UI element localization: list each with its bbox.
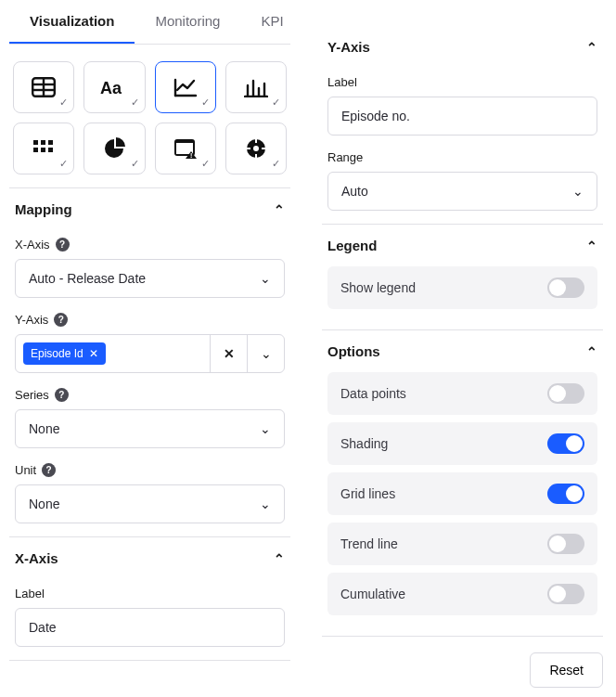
bar-chart-icon — [244, 77, 268, 97]
select-series[interactable]: None ⌄ — [15, 409, 285, 448]
chart-type-line[interactable]: ✓ — [155, 61, 216, 113]
option-grid-lines: Grid lines — [327, 472, 597, 515]
option-data-points: Data points — [327, 372, 597, 415]
input-yaxis-label[interactable] — [327, 97, 597, 136]
label-yaxis-range: Range — [327, 150, 597, 164]
help-icon[interactable]: ? — [56, 238, 70, 252]
tab-kpi[interactable]: KPI — [240, 0, 303, 44]
pie-chart-icon — [103, 137, 125, 160]
reset-button[interactable]: Reset — [530, 652, 603, 688]
select-unit[interactable]: None ⌄ — [15, 484, 285, 523]
label-xaxis: X-Axis ? — [15, 238, 285, 252]
tabs: Visualization Monitoring KPI — [9, 0, 290, 45]
label-yaxis-label: Label — [327, 75, 597, 89]
section-header-mapping[interactable]: Mapping ⌃ — [9, 188, 290, 230]
section-header-xaxis[interactable]: X-Axis ⌃ — [9, 537, 290, 579]
toggle-grid-lines[interactable] — [547, 484, 584, 504]
svg-rect-10 — [33, 140, 38, 145]
svg-text:Aa: Aa — [100, 79, 122, 97]
svg-rect-22 — [255, 154, 257, 158]
svg-rect-21 — [255, 139, 257, 143]
text-icon: Aa — [100, 77, 128, 97]
option-cumulative: Cumulative — [327, 573, 597, 615]
chip-episode-id: Episode Id ✕ — [23, 342, 106, 365]
check-icon: ✓ — [59, 97, 68, 109]
section-title: Y-Axis — [327, 39, 370, 55]
section-legend: Legend ⌃ Show legend — [322, 224, 603, 330]
help-icon[interactable]: ? — [42, 463, 56, 477]
select-xaxis[interactable]: Auto - Release Date ⌄ — [15, 259, 285, 298]
select-yaxis-range[interactable]: Auto ⌄ — [327, 172, 597, 211]
chart-type-table[interactable]: ✓ — [13, 61, 74, 113]
section-options: Options ⌃ Data points Shading Grid lines… — [322, 329, 603, 637]
gauge-icon — [245, 137, 267, 160]
option-show-legend: Show legend — [327, 266, 597, 309]
toggle-trend-line[interactable] — [547, 534, 584, 554]
chip-area[interactable]: Episode Id ✕ — [16, 342, 210, 365]
section-header-options[interactable]: Options ⌃ — [322, 330, 603, 372]
input-xaxis-label[interactable] — [15, 608, 285, 647]
tab-monitoring[interactable]: Monitoring — [135, 0, 240, 44]
svg-text:!: ! — [190, 152, 192, 159]
chevron-up-icon: ⌃ — [586, 344, 597, 359]
svg-rect-12 — [48, 140, 53, 145]
section-title: Mapping — [15, 201, 72, 217]
svg-rect-24 — [262, 148, 265, 149]
section-header-yaxis[interactable]: Y-Axis ⌃ — [322, 26, 603, 68]
chevron-up-icon: ⌃ — [586, 40, 597, 55]
chevron-up-icon: ⌃ — [274, 551, 285, 566]
svg-rect-23 — [247, 148, 250, 149]
section-header-legend[interactable]: Legend ⌃ — [322, 225, 603, 266]
chevron-down-icon: ⌄ — [260, 497, 271, 511]
chevron-up-icon: ⌃ — [586, 239, 597, 253]
section-title: Options — [327, 343, 380, 359]
help-icon[interactable]: ? — [55, 388, 69, 402]
check-icon: ✓ — [201, 97, 210, 109]
svg-rect-13 — [33, 148, 38, 152]
chevron-down-icon: ⌄ — [572, 184, 584, 199]
check-icon: ✓ — [59, 158, 68, 170]
yaxis-clear-button[interactable]: ✕ — [210, 335, 247, 372]
section-title: Legend — [327, 238, 377, 253]
svg-rect-14 — [41, 148, 45, 152]
toggle-cumulative[interactable] — [547, 584, 584, 604]
chart-type-card[interactable]: ! ✓ — [155, 123, 216, 174]
section-mapping: Mapping ⌃ X-Axis ? Auto - Release Date ⌄… — [9, 187, 290, 537]
chevron-down-icon: ⌄ — [261, 346, 272, 361]
label-xaxis-label: Label — [15, 587, 285, 600]
option-trend-line: Trend line — [327, 523, 597, 565]
tab-visualization[interactable]: Visualization — [9, 0, 135, 44]
toggle-shading[interactable] — [547, 433, 584, 454]
check-icon: ✓ — [131, 97, 139, 109]
card-warning-icon: ! — [173, 138, 198, 159]
chip-remove-icon[interactable]: ✕ — [89, 347, 98, 360]
section-xaxis: X-Axis ⌃ Label — [9, 536, 290, 661]
check-icon: ✓ — [201, 158, 210, 170]
svg-rect-15 — [48, 148, 53, 152]
chevron-down-icon: ⌄ — [260, 421, 271, 436]
help-icon[interactable]: ? — [54, 313, 68, 327]
toggle-show-legend[interactable] — [547, 278, 584, 298]
section-yaxis: Y-Axis ⌃ Label Range Auto ⌄ — [322, 26, 603, 225]
chipbox-yaxis: Episode Id ✕ ✕ ⌄ — [15, 334, 285, 373]
yaxis-dropdown-button[interactable]: ⌄ — [247, 335, 284, 372]
toggle-data-points[interactable] — [547, 383, 584, 404]
label-series: Series ? — [15, 388, 285, 402]
chart-type-grid: ✓ Aa ✓ ✓ ✓ ✓ ✓ ! — [9, 61, 290, 187]
label-unit: Unit ? — [15, 463, 285, 477]
chart-type-gauge[interactable]: ✓ — [225, 123, 287, 174]
chart-type-text[interactable]: Aa ✓ — [83, 61, 145, 113]
svg-point-20 — [253, 146, 259, 151]
chart-type-bar[interactable]: ✓ — [225, 61, 287, 113]
grid-icon — [33, 140, 54, 157]
svg-rect-11 — [41, 140, 45, 145]
section-title: X-Axis — [15, 550, 58, 566]
table-icon — [32, 77, 56, 97]
label-yaxis: Y-Axis ? — [15, 313, 285, 327]
check-icon: ✓ — [272, 158, 280, 170]
line-chart-icon — [173, 77, 198, 97]
chart-type-pie[interactable]: ✓ — [83, 123, 145, 174]
chevron-down-icon: ⌄ — [260, 271, 271, 286]
option-shading: Shading — [327, 422, 597, 465]
chart-type-grid-small[interactable]: ✓ — [13, 123, 74, 174]
